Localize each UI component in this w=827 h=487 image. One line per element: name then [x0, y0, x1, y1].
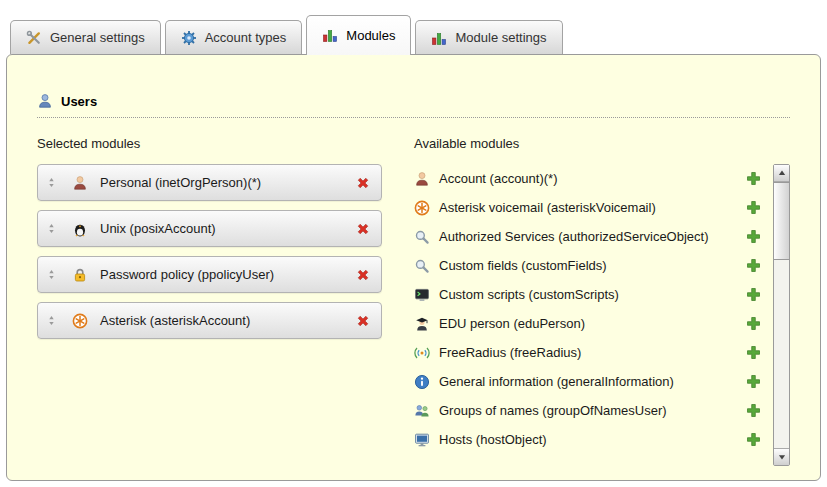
remove-module-button[interactable] [355, 175, 371, 191]
plus-icon [746, 171, 761, 186]
section-title: Users [61, 94, 97, 109]
drag-handle[interactable] [46, 176, 57, 189]
tab-general-settings[interactable]: General settings [10, 20, 161, 54]
updown-icon [46, 314, 57, 327]
available-module-row: Custom scripts (customScripts) [414, 280, 773, 309]
module-label: Custom fields (customFields) [439, 258, 607, 273]
cross-icon [355, 221, 371, 237]
selected-module-row[interactable]: Asterisk (asteriskAccount) [37, 302, 382, 339]
person-icon [414, 171, 430, 187]
tab-module-settings[interactable]: Module settings [415, 20, 562, 54]
available-module-row: Custom fields (customFields) [414, 251, 773, 280]
available-module-row: Account (account)(*) [414, 164, 773, 193]
tab-label: Modules [346, 28, 395, 43]
available-module-row: Asterisk voicemail (asteriskVoicemail) [414, 193, 773, 222]
scroll-down-icon [777, 452, 787, 462]
users-section-header: Users [37, 93, 790, 118]
add-module-button[interactable] [746, 171, 761, 186]
cross-icon [355, 175, 371, 191]
updown-icon [46, 268, 57, 281]
tab-label: General settings [50, 30, 145, 45]
updown-icon [46, 222, 57, 235]
add-module-button[interactable] [746, 287, 761, 302]
available-module-row: Authorized Services (authorizedServiceOb… [414, 222, 773, 251]
module-label: General information (generalInformation) [439, 374, 674, 389]
selected-modules-title: Selected modules [37, 136, 382, 151]
user-icon [37, 93, 53, 109]
tab-modules[interactable]: Modules [306, 15, 411, 55]
available-module-row: General information (generalInformation) [414, 367, 773, 396]
tab-bar: General settings Account types Modules M… [10, 14, 821, 54]
add-module-button[interactable] [746, 316, 761, 331]
updown-icon [46, 176, 57, 189]
available-module-row: EDU person (eduPerson) [414, 309, 773, 338]
plus-icon [746, 287, 761, 302]
drag-handle[interactable] [46, 222, 57, 235]
chart-icon [431, 30, 447, 46]
tux-icon [72, 221, 88, 237]
tab-label: Module settings [455, 30, 546, 45]
scroll-up-icon [777, 168, 787, 178]
edu-person-icon [414, 316, 430, 332]
module-label: Asterisk (asteriskAccount) [100, 313, 347, 328]
remove-module-button[interactable] [355, 313, 371, 329]
add-module-button[interactable] [746, 432, 761, 447]
radio-icon [414, 345, 430, 361]
add-module-button[interactable] [746, 258, 761, 273]
chart-icon [322, 27, 338, 43]
plus-icon [746, 403, 761, 418]
remove-module-button[interactable] [355, 267, 371, 283]
person-icon [72, 175, 88, 191]
cross-icon [355, 313, 371, 329]
available-module-row: Hosts (hostObject) [414, 425, 773, 454]
asterisk-icon [72, 313, 88, 329]
plus-icon [746, 258, 761, 273]
drag-handle[interactable] [46, 268, 57, 281]
module-label: FreeRadius (freeRadius) [439, 345, 581, 360]
plus-icon [746, 229, 761, 244]
info-icon [414, 374, 430, 390]
module-label: Authorized Services (authorizedServiceOb… [439, 229, 709, 244]
add-module-button[interactable] [746, 403, 761, 418]
module-label: Hosts (hostObject) [439, 432, 547, 447]
cross-icon [355, 267, 371, 283]
magnifier-icon [414, 258, 430, 274]
module-label: Custom scripts (customScripts) [439, 287, 619, 302]
plus-icon [746, 374, 761, 389]
plus-icon [746, 316, 761, 331]
add-module-button[interactable] [746, 345, 761, 360]
host-icon [414, 432, 430, 448]
module-label: Account (account)(*) [439, 171, 558, 186]
selected-module-row[interactable]: Password policy (ppolicyUser) [37, 256, 382, 293]
available-module-row: FreeRadius (freeRadius) [414, 338, 773, 367]
modules-panel: Users Selected modules Personal (inetOrg… [6, 54, 821, 481]
scroll-down-button[interactable] [774, 448, 789, 465]
remove-module-button[interactable] [355, 221, 371, 237]
asterisk-icon [414, 200, 430, 216]
tab-account-types[interactable]: Account types [165, 20, 303, 54]
plus-icon [746, 345, 761, 360]
available-modules-list: Account (account)(*) Asterisk voicemail … [414, 164, 773, 466]
selected-module-row[interactable]: Unix (posixAccount) [37, 210, 382, 247]
tools-icon [26, 30, 42, 46]
drag-handle[interactable] [46, 314, 57, 327]
magnifier-icon [414, 229, 430, 245]
scroll-up-button[interactable] [774, 165, 789, 182]
gear-icon [181, 30, 197, 46]
plus-icon [746, 432, 761, 447]
module-columns: Selected modules Personal (inetOrgPerson… [37, 136, 790, 466]
available-modules-title: Available modules [414, 136, 790, 151]
script-icon [414, 287, 430, 303]
available-list-scrollbar[interactable] [773, 164, 790, 466]
selected-module-row[interactable]: Personal (inetOrgPerson)(*) [37, 164, 382, 201]
module-label: Unix (posixAccount) [100, 221, 347, 236]
selected-modules-column: Selected modules Personal (inetOrgPerson… [37, 136, 382, 466]
add-module-button[interactable] [746, 374, 761, 389]
add-module-button[interactable] [746, 229, 761, 244]
module-label: Asterisk voicemail (asteriskVoicemail) [439, 200, 656, 215]
module-label: Groups of names (groupOfNamesUser) [439, 403, 667, 418]
plus-icon [746, 200, 761, 215]
scrollbar-thumb[interactable] [774, 182, 789, 260]
add-module-button[interactable] [746, 200, 761, 215]
app-window: General settings Account types Modules M… [0, 0, 827, 481]
